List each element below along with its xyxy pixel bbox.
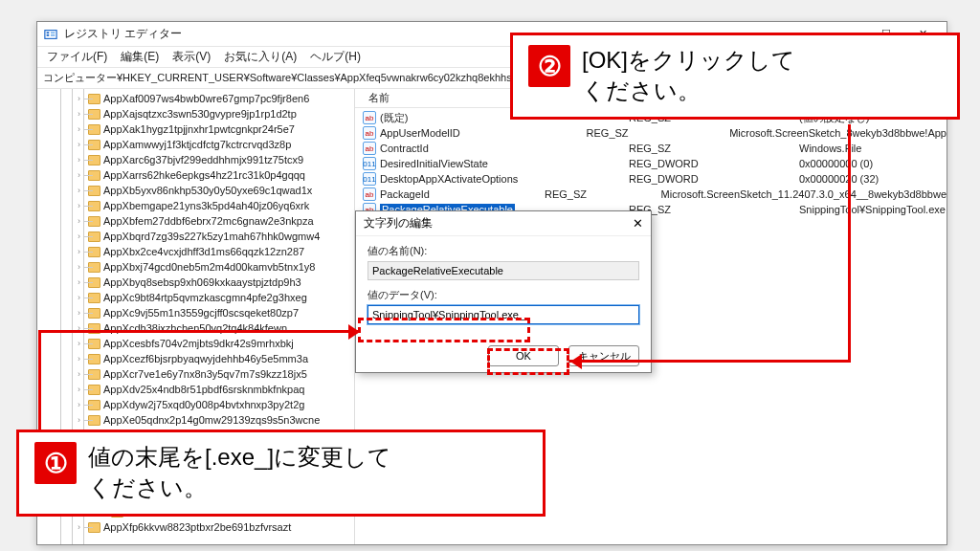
tree-item[interactable]: ›AppXaf0097ws4bwb0wre67gmp7pc9fjr8en6 xyxy=(95,91,354,106)
folder-icon xyxy=(88,231,100,242)
chevron-right-icon: › xyxy=(78,140,85,149)
folder-icon xyxy=(88,170,100,181)
svg-rect-4 xyxy=(51,34,55,36)
value-type-icon: 011 xyxy=(363,172,376,186)
value-type: REG_SZ xyxy=(629,143,799,154)
tree-item-label: AppXajsqtzxc3swn530gvypre9jp1rp1d2tp xyxy=(103,108,297,120)
tree-item[interactable]: ›AppXbyq8sebsp9xh069kxkaaystpjztdp9h3 xyxy=(95,275,354,290)
svg-rect-2 xyxy=(47,34,50,36)
folder-icon xyxy=(88,277,100,288)
chevron-right-icon: › xyxy=(78,109,85,119)
value-name: DesktopAppXActivateOptions xyxy=(380,173,518,185)
chevron-right-icon: › xyxy=(78,385,85,394)
annotation-1: ① 値の末尾を[.exe_]に変更して ください。 xyxy=(16,430,546,517)
value-data: 0x00000000 (0) xyxy=(799,158,947,169)
list-row[interactable]: abContractIdREG_SZWindows.File xyxy=(355,141,947,156)
value-type-icon: 011 xyxy=(363,157,376,170)
tree-item[interactable]: ›AppXbfem27ddbf6ebrx72mc6gnaw2e3nkpza xyxy=(95,213,354,229)
list-row[interactable]: 011DesktopAppXActivateOptionsREG_DWORD0x… xyxy=(355,171,947,187)
chevron-right-icon: › xyxy=(78,155,85,165)
list-body: ab(既定)REG_SZ(値の設定なし)abAppUserModelIDREG_… xyxy=(355,108,947,219)
chevron-right-icon: › xyxy=(78,293,85,302)
annotation-1-number: ① xyxy=(34,442,77,484)
arrow-2-h xyxy=(569,360,851,363)
chevron-right-icon: › xyxy=(78,247,85,256)
arrow-1-h xyxy=(38,330,358,333)
arrow-1-v xyxy=(38,330,41,431)
tree-item-label: AppXarc6g37bjvf299eddhhmjx991tz75tcx9 xyxy=(103,154,303,165)
tree-item[interactable]: ›AppXdyw2j75xqd0y008p4bvtxhnxp3py2t2g xyxy=(95,397,354,412)
list-row[interactable]: abAppUserModelIDREG_SZMicrosoft.ScreenSk… xyxy=(355,125,947,141)
dialog-titlebar: 文字列の編集 ✕ xyxy=(356,211,651,236)
dialog-title: 文字列の編集 xyxy=(364,215,433,231)
tree-item-label: AppXbyq8sebsp9xh069kxkaaystpjztdp9h3 xyxy=(103,276,301,288)
tree-item[interactable]: ›AppXe05qdnx2p14g0mw29139zqs9s5n3wcne xyxy=(95,412,354,428)
tree-item[interactable]: ›AppXbqrd7zg39s227k5zy1mah67hhk0wgmw4 xyxy=(95,229,354,244)
list-row[interactable]: 011DesiredInitialViewStateREG_DWORD0x000… xyxy=(355,156,947,171)
tree-item[interactable]: ›AppXc9vj55m1n3559gcjff0scsqeket80zp7 xyxy=(95,305,354,320)
tree-item[interactable]: ›AppXarc6g37bjvf299eddhhmjx991tz75tcx9 xyxy=(95,152,354,167)
tree-item-label: AppXdyw2j75xqd0y008p4bvtxhnxp3py2t2g xyxy=(103,399,304,410)
menu-edit[interactable]: 編集(E) xyxy=(115,47,165,67)
svg-rect-1 xyxy=(47,32,50,33)
chevron-right-icon: › xyxy=(78,308,85,318)
value-type-icon: ab xyxy=(363,187,376,201)
value-data: SnippingTool¥SnippingTool.exe xyxy=(799,204,947,215)
folder-icon xyxy=(88,201,100,211)
folder-icon xyxy=(88,186,100,196)
value-type: REG_DWORD xyxy=(629,158,799,169)
annotation-1-text: 値の末尾を[.exe_]に変更して ください。 xyxy=(88,442,391,504)
tree-item[interactable]: ›AppXbemgape21yns3k5pd4ah40jz06yq6xrk xyxy=(95,198,354,213)
tree-item[interactable]: ›AppXarrs62hke6epkgs4hz21rc31k0p4gqqq xyxy=(95,167,354,183)
value-name: (既定) xyxy=(380,111,408,125)
folder-icon xyxy=(88,155,100,165)
tree-item[interactable]: ›AppXfp6kkvw8823ptbxr2be691bzfvrsazt xyxy=(95,519,354,535)
folder-icon xyxy=(88,124,100,135)
tree-item[interactable]: ›AppXdv25x4ndb8r51pbdf6srsknmbkfnkpaq xyxy=(95,382,354,397)
highlight-ok xyxy=(487,348,569,375)
tree-item-label: AppXc9bt84rtp5qvmzkascgmn4pfe2g3hxeg xyxy=(103,292,307,303)
tree-item[interactable]: ›AppXamwwyj1f3ktjcdfctg7kctrcrvqd3z8p xyxy=(95,137,354,152)
menu-help[interactable]: ヘルプ(H) xyxy=(304,47,367,67)
chevron-right-icon: › xyxy=(78,216,85,226)
tree-item[interactable]: ›AppXc9bt84rtp5qvmzkascgmn4pfe2g3hxeg xyxy=(95,290,354,305)
value-type-icon: ab xyxy=(363,111,376,124)
tree-item[interactable]: ›AppXajsqtzxc3swn530gvypre9jp1rp1d2tp xyxy=(95,106,354,121)
value-name: AppUserModelID xyxy=(380,127,460,139)
menu-file[interactable]: ファイル(F) xyxy=(41,47,113,67)
chevron-right-icon: › xyxy=(78,201,85,210)
folder-icon xyxy=(88,94,100,104)
chevron-right-icon: › xyxy=(78,170,85,180)
chevron-right-icon: › xyxy=(78,522,85,532)
dialog-close-button[interactable]: ✕ xyxy=(633,216,643,231)
tree-item-label: AppXbqrd7zg39s227k5zy1mah67hhk0wgmw4 xyxy=(103,231,320,242)
tree-item[interactable]: ›AppXak1hygz1tpjjnxhr1pwtcgnkpr24r5e7 xyxy=(95,121,354,137)
tree-item[interactable]: ›AppXcr7ve1e6y7nx8n3y5qv7m7s9kzz18jx5 xyxy=(95,366,354,382)
folder-icon xyxy=(88,109,100,120)
folder-icon xyxy=(88,369,100,380)
folder-icon xyxy=(88,354,100,364)
value-type: REG_SZ xyxy=(629,204,799,215)
value-type: REG_DWORD xyxy=(629,173,799,185)
chevron-right-icon: › xyxy=(78,231,85,241)
menu-view[interactable]: 表示(V) xyxy=(167,47,216,67)
tree-item[interactable]: ›AppXbx2ce4vcxjdhff3d1ms66qqzk12zn287 xyxy=(95,244,354,259)
tree-item[interactable]: ›AppXcesbfs704v2mjbts9dkr42s9mrhxbkj xyxy=(95,336,354,351)
value-type: REG_SZ xyxy=(587,127,730,139)
tree-item-label: AppXe05qdnx2p14g0mw29139zqs9s5n3wcne xyxy=(103,414,320,426)
list-row[interactable]: abPackageIdREG_SZMicrosoft.ScreenSketch_… xyxy=(355,187,947,202)
annotation-2: ② [OK]をクリックして ください。 xyxy=(510,33,960,120)
tree-item[interactable]: ›AppXb5yxv86nkhp530y0y50yxe69c1qwad1x xyxy=(95,183,354,198)
svg-rect-3 xyxy=(51,32,55,33)
chevron-right-icon: › xyxy=(78,369,85,379)
annotation-2-number: ② xyxy=(528,45,570,87)
tree-item[interactable]: ›AppXcezf6bjsrpbyaqwyjdehhb46y5e5mm3a xyxy=(95,351,354,366)
folder-icon xyxy=(88,400,100,410)
tree-item[interactable]: ›AppXbxj74gcd0neb5m2m4d00kamvb5tnx1y8 xyxy=(95,259,354,275)
value-name: ContractId xyxy=(380,143,429,154)
folder-icon xyxy=(88,308,100,319)
menu-favorites[interactable]: お気に入り(A) xyxy=(218,47,302,67)
folder-icon xyxy=(88,293,100,303)
tree-item[interactable]: ›AppXcdh38ixzhchen50vq2tq4k84kfewn xyxy=(95,320,354,336)
tree-item-label: AppXaf0097ws4bwb0wre67gmp7pc9fjr8en6 xyxy=(103,93,309,104)
